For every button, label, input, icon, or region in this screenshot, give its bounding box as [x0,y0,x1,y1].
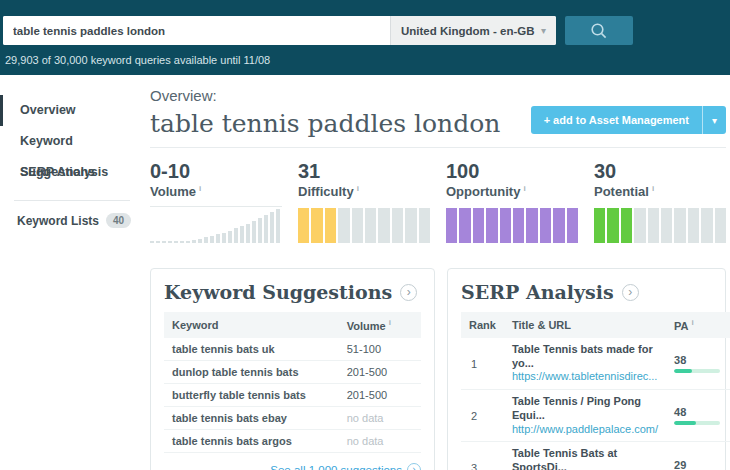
sidebar-item-serp-analysis[interactable]: SERP Analysis [0,157,142,188]
info-icon[interactable]: i [523,184,525,193]
pa-score: 48 [674,406,686,418]
volume-ramp-bar [228,231,232,243]
suggestion-row[interactable]: table tennis bats argos no data [164,429,421,452]
volume-distribution-chart [150,206,282,243]
gauge-segment [352,208,363,243]
gauge-segment [405,208,416,243]
suggestion-row[interactable]: table tennis bats ebay no data [164,406,421,429]
serp-result-row: 1 Table Tennis bats made for yo... https… [461,338,730,390]
suggestion-keyword: dunlop table tennis bats [164,360,339,383]
potential-label-text: Potential [594,184,649,199]
gauge-segment [311,208,322,243]
add-to-asset-management-button[interactable]: + add to Asset Management [531,106,702,134]
gauge-segment [540,208,551,243]
volume-label: Volumei [150,184,282,199]
gauge-segment [500,208,511,243]
gauge-segment [607,208,618,243]
volume-ramp-bar [198,239,202,243]
serp-result-row: 3 Table Tennis Bats at SportsDi... http:… [461,442,730,470]
potential-label: Potentiali [594,184,726,199]
pa-header-text: PA [674,320,688,332]
search-row: United Kingdom - en-GB ▾ [3,16,730,45]
opportunity-label-text: Opportunity [446,184,520,199]
metrics-row: 0-10 Volumei 31 Difficultyi 100 [150,160,726,243]
volume-ramp-bar [210,236,214,243]
volume-ramp-bar [192,240,196,243]
keyword-suggestions-card: Keyword Suggestions › Keyword Volumei [150,268,435,470]
chevron-right-circle-icon[interactable]: › [622,284,639,301]
gauge-segment [486,208,497,243]
suggestion-volume: no data [339,406,421,429]
chevron-right-circle-icon: › [407,463,421,470]
potential-value: 30 [594,160,726,183]
info-icon[interactable]: i [357,184,359,193]
suggestions-card-title: Keyword Suggestions [164,281,392,303]
gauge-segment [298,208,309,243]
serp-pa-cell: 29 [666,442,728,470]
metric-volume: 0-10 Volumei [150,160,282,243]
gauge-segment [446,208,457,243]
search-button[interactable] [565,16,633,45]
gauge-segment [513,208,524,243]
pa-score-bar [674,369,720,373]
keyword-lists-count-badge: 40 [106,213,131,228]
serp-analysis-card: SERP Analysis › Rank Title & URL PAi DAi [447,268,726,470]
volume-value: 0-10 [150,160,282,183]
suggestion-row[interactable]: butterfly table tennis bats 201-500 [164,383,421,406]
volume-ramp-bar [180,241,184,243]
volume-column-header: Volumei [339,312,421,338]
serp-result-url[interactable]: https://www.tabletennisdirec... [512,370,658,384]
volume-header-text: Volume [347,320,386,332]
gauge-segment [594,208,605,243]
suggestion-row[interactable]: dunlop table tennis bats 201-500 [164,360,421,383]
suggestion-keyword: table tennis bats ebay [164,406,339,429]
volume-ramp-bar [276,209,280,243]
volume-ramp-bar [186,241,190,243]
volume-label-text: Volume [150,184,196,199]
keyword-search-input[interactable] [3,16,390,45]
suggestion-volume: no data [339,429,421,452]
gauge-segment [526,208,537,243]
info-icon[interactable]: i [389,318,391,327]
pa-score-bar [674,421,720,425]
serp-result-title: Table Tennis / Ping Pong Equi... [512,395,658,423]
suggestion-keyword: table tennis bats argos [164,429,339,452]
locale-selector[interactable]: United Kingdom - en-GB ▾ [390,16,556,45]
keyword-explorer-app: United Kingdom - en-GB ▾ 29,903 of 30,00… [0,0,730,470]
suggestion-row[interactable]: table tennis bats uk 51-100 [164,338,421,361]
suggestion-keyword: butterfly table tennis bats [164,383,339,406]
top-header: United Kingdom - en-GB ▾ 29,903 of 30,00… [0,0,730,75]
serp-result-row: 2 Table Tennis / Ping Pong Equi... http:… [461,390,730,442]
gauge-segment [325,208,336,243]
see-all-suggestions-link[interactable]: See all 1,000 suggestions › [270,463,421,470]
info-icon[interactable]: i [692,318,694,327]
sidebar-item-keyword-lists[interactable]: Keyword Lists 40 [0,213,142,228]
volume-ramp-bar [204,237,208,243]
opportunity-value: 100 [446,160,578,183]
gauge-segment [567,208,578,243]
search-icon [589,21,609,41]
add-options-dropdown-button[interactable]: ▾ [702,106,726,134]
info-icon[interactable]: i [199,184,201,193]
suggestion-volume: 201-500 [339,383,421,406]
serp-pa-cell: 48 [666,390,728,442]
suggestions-table: Keyword Volumei table tennis bats uk 51-… [164,312,421,453]
chevron-right-circle-icon[interactable]: › [400,284,417,301]
rank-column-header: Rank [461,312,504,338]
sidebar-item-keyword-suggestions[interactable]: Keyword Suggestions [0,126,142,157]
overview-eyebrow: Overview: [150,87,726,104]
gauge-segment [674,208,685,243]
gauge-segment [378,208,389,243]
serp-result-title: Table Tennis bats made for yo... [512,343,658,371]
suggestion-volume: 201-500 [339,360,421,383]
gauge-segment [715,208,726,243]
sidebar-item-overview[interactable]: Overview [0,95,142,126]
potential-gauge [594,208,726,243]
info-icon[interactable]: i [652,184,654,193]
difficulty-label: Difficultyi [298,184,430,199]
gauge-segment [648,208,659,243]
volume-ramp-bar [234,228,238,243]
serp-table: Rank Title & URL PAi DAi 1 Table Tennis … [461,312,730,470]
serp-result-url[interactable]: http://www.paddlepalace.com/ [512,423,658,437]
serp-pa-cell: 38 [666,338,728,390]
